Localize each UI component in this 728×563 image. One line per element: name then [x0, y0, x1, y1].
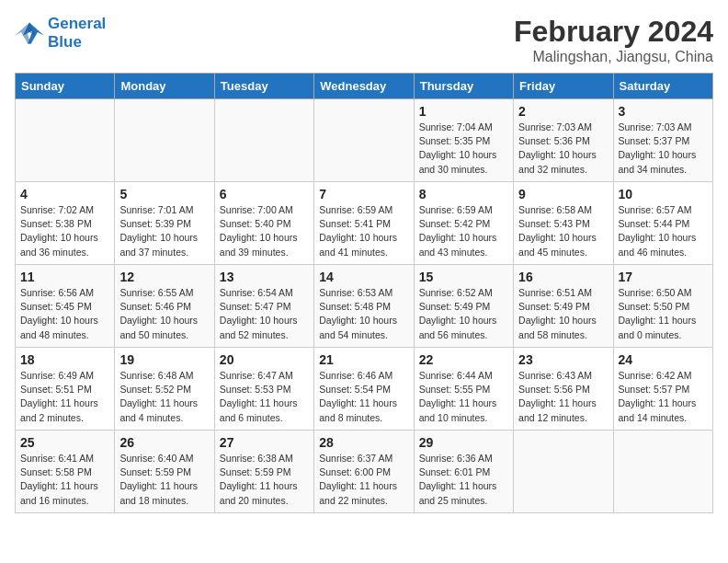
page-subtitle: Malingshan, Jiangsu, China	[514, 49, 713, 65]
week-row-3: 18Sunrise: 6:49 AM Sunset: 5:51 PM Dayli…	[16, 348, 713, 431]
day-info: Sunrise: 6:43 AM Sunset: 5:56 PM Dayligh…	[518, 369, 608, 425]
day-info: Sunrise: 6:52 AM Sunset: 5:49 PM Dayligh…	[419, 286, 508, 342]
calendar-cell	[514, 431, 613, 513]
day-number: 25	[20, 435, 109, 450]
day-info: Sunrise: 6:51 AM Sunset: 5:49 PM Dayligh…	[518, 286, 608, 342]
day-info: Sunrise: 6:44 AM Sunset: 5:55 PM Dayligh…	[419, 369, 508, 425]
day-number: 23	[518, 352, 608, 367]
weekday-header-sunday: Sunday	[16, 74, 115, 99]
title-block: February 2024 Malingshan, Jiangsu, China	[514, 15, 713, 65]
day-info: Sunrise: 6:59 AM Sunset: 5:41 PM Dayligh…	[319, 203, 408, 259]
calendar-cell: 2Sunrise: 7:03 AM Sunset: 5:36 PM Daylig…	[514, 99, 613, 182]
day-number: 18	[20, 352, 109, 367]
calendar-cell: 27Sunrise: 6:38 AM Sunset: 5:59 PM Dayli…	[214, 431, 313, 513]
day-number: 3	[619, 104, 708, 119]
calendar-cell: 29Sunrise: 6:36 AM Sunset: 6:01 PM Dayli…	[414, 431, 513, 513]
day-info: Sunrise: 7:04 AM Sunset: 5:35 PM Dayligh…	[419, 121, 508, 177]
day-number: 20	[220, 352, 309, 367]
day-info: Sunrise: 6:57 AM Sunset: 5:44 PM Dayligh…	[619, 203, 708, 259]
day-number: 16	[518, 270, 608, 284]
day-info: Sunrise: 7:01 AM Sunset: 5:39 PM Dayligh…	[119, 203, 209, 259]
calendar-cell: 20Sunrise: 6:47 AM Sunset: 5:53 PM Dayli…	[214, 348, 313, 431]
day-number: 1	[419, 104, 508, 119]
day-info: Sunrise: 6:37 AM Sunset: 6:00 PM Dayligh…	[319, 452, 408, 508]
day-info: Sunrise: 6:36 AM Sunset: 6:01 PM Dayligh…	[419, 452, 508, 508]
weekday-header-wednesday: Wednesday	[314, 74, 414, 99]
day-number: 4	[20, 187, 109, 201]
day-number: 19	[119, 352, 209, 367]
day-number: 12	[119, 270, 209, 284]
calendar-cell: 18Sunrise: 6:49 AM Sunset: 5:51 PM Dayli…	[16, 348, 115, 431]
day-info: Sunrise: 6:56 AM Sunset: 5:45 PM Dayligh…	[20, 286, 109, 342]
week-row-4: 25Sunrise: 6:41 AM Sunset: 5:58 PM Dayli…	[16, 431, 713, 513]
weekday-header-friday: Friday	[514, 74, 613, 99]
day-info: Sunrise: 6:40 AM Sunset: 5:59 PM Dayligh…	[119, 452, 209, 508]
calendar-cell	[16, 99, 115, 182]
weekday-header-saturday: Saturday	[613, 74, 712, 99]
calendar-cell: 24Sunrise: 6:42 AM Sunset: 5:57 PM Dayli…	[613, 348, 712, 431]
week-row-0: 1Sunrise: 7:04 AM Sunset: 5:35 PM Daylig…	[16, 99, 713, 182]
day-number: 10	[619, 187, 708, 201]
day-info: Sunrise: 6:42 AM Sunset: 5:57 PM Dayligh…	[619, 369, 708, 425]
day-info: Sunrise: 7:02 AM Sunset: 5:38 PM Dayligh…	[20, 203, 109, 259]
page-title: February 2024	[514, 15, 713, 49]
day-info: Sunrise: 6:55 AM Sunset: 5:46 PM Dayligh…	[119, 286, 209, 342]
day-number: 7	[319, 187, 408, 201]
day-info: Sunrise: 7:03 AM Sunset: 5:37 PM Dayligh…	[619, 121, 708, 177]
day-info: Sunrise: 6:50 AM Sunset: 5:50 PM Dayligh…	[619, 286, 708, 342]
day-info: Sunrise: 6:53 AM Sunset: 5:48 PM Dayligh…	[319, 286, 408, 342]
calendar-cell: 26Sunrise: 6:40 AM Sunset: 5:59 PM Dayli…	[115, 431, 214, 513]
day-info: Sunrise: 6:46 AM Sunset: 5:54 PM Dayligh…	[319, 369, 408, 425]
day-info: Sunrise: 6:59 AM Sunset: 5:42 PM Dayligh…	[419, 203, 508, 259]
day-number: 6	[220, 187, 309, 201]
day-info: Sunrise: 6:49 AM Sunset: 5:51 PM Dayligh…	[20, 369, 109, 425]
day-number: 13	[220, 270, 309, 284]
calendar-cell: 6Sunrise: 7:00 AM Sunset: 5:40 PM Daylig…	[214, 182, 313, 265]
day-info: Sunrise: 6:54 AM Sunset: 5:47 PM Dayligh…	[220, 286, 309, 342]
calendar-cell: 28Sunrise: 6:37 AM Sunset: 6:00 PM Dayli…	[314, 431, 414, 513]
calendar-cell: 13Sunrise: 6:54 AM Sunset: 5:47 PM Dayli…	[214, 265, 313, 348]
week-row-1: 4Sunrise: 7:02 AM Sunset: 5:38 PM Daylig…	[16, 182, 713, 265]
calendar-cell: 9Sunrise: 6:58 AM Sunset: 5:43 PM Daylig…	[514, 182, 613, 265]
day-info: Sunrise: 6:58 AM Sunset: 5:43 PM Dayligh…	[518, 203, 608, 259]
weekday-header-monday: Monday	[115, 74, 214, 99]
day-number: 21	[319, 352, 408, 367]
day-number: 15	[419, 270, 508, 284]
calendar-cell	[314, 99, 414, 182]
header: General Blue February 2024 Malingshan, J…	[15, 15, 713, 65]
day-info: Sunrise: 6:48 AM Sunset: 5:52 PM Dayligh…	[119, 369, 209, 425]
day-number: 22	[419, 352, 508, 367]
weekday-header-tuesday: Tuesday	[214, 74, 313, 99]
calendar-cell: 11Sunrise: 6:56 AM Sunset: 5:45 PM Dayli…	[16, 265, 115, 348]
week-row-2: 11Sunrise: 6:56 AM Sunset: 5:45 PM Dayli…	[16, 265, 713, 348]
day-number: 24	[619, 352, 708, 367]
calendar-cell: 22Sunrise: 6:44 AM Sunset: 5:55 PM Dayli…	[414, 348, 513, 431]
day-number: 27	[220, 435, 309, 450]
day-number: 17	[619, 270, 708, 284]
calendar-cell	[214, 99, 313, 182]
calendar-cell: 7Sunrise: 6:59 AM Sunset: 5:41 PM Daylig…	[314, 182, 414, 265]
calendar-cell: 8Sunrise: 6:59 AM Sunset: 5:42 PM Daylig…	[414, 182, 513, 265]
calendar-table: SundayMondayTuesdayWednesdayThursdayFrid…	[15, 73, 713, 513]
calendar-cell: 19Sunrise: 6:48 AM Sunset: 5:52 PM Dayli…	[115, 348, 214, 431]
calendar-cell: 17Sunrise: 6:50 AM Sunset: 5:50 PM Dayli…	[613, 265, 712, 348]
calendar-cell: 25Sunrise: 6:41 AM Sunset: 5:58 PM Dayli…	[16, 431, 115, 513]
calendar-cell: 3Sunrise: 7:03 AM Sunset: 5:37 PM Daylig…	[613, 99, 712, 182]
calendar-cell: 15Sunrise: 6:52 AM Sunset: 5:49 PM Dayli…	[414, 265, 513, 348]
calendar-cell	[115, 99, 214, 182]
day-number: 5	[119, 187, 209, 201]
calendar-cell: 16Sunrise: 6:51 AM Sunset: 5:49 PM Dayli…	[514, 265, 613, 348]
day-number: 29	[419, 435, 508, 450]
calendar-cell: 12Sunrise: 6:55 AM Sunset: 5:46 PM Dayli…	[115, 265, 214, 348]
day-number: 2	[518, 104, 608, 119]
day-number: 11	[20, 270, 109, 284]
calendar-cell: 1Sunrise: 7:04 AM Sunset: 5:35 PM Daylig…	[414, 99, 513, 182]
day-number: 28	[319, 435, 408, 450]
day-number: 14	[319, 270, 408, 284]
day-info: Sunrise: 6:47 AM Sunset: 5:53 PM Dayligh…	[220, 369, 309, 425]
day-info: Sunrise: 6:41 AM Sunset: 5:58 PM Dayligh…	[20, 452, 109, 508]
day-number: 26	[119, 435, 209, 450]
day-info: Sunrise: 7:03 AM Sunset: 5:36 PM Dayligh…	[518, 121, 608, 177]
calendar-cell: 4Sunrise: 7:02 AM Sunset: 5:38 PM Daylig…	[16, 182, 115, 265]
day-info: Sunrise: 6:38 AM Sunset: 5:59 PM Dayligh…	[220, 452, 309, 508]
